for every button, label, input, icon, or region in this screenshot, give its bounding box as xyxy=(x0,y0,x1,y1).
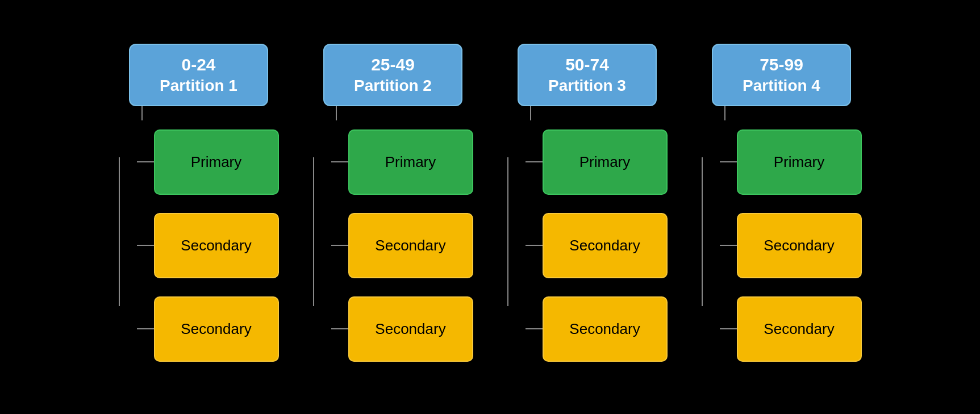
partition-range-4: 75-99 xyxy=(760,53,803,76)
node-entry-4-2: Secondary xyxy=(720,208,862,283)
h-line-2-1 xyxy=(331,161,348,162)
h-line-3-1 xyxy=(526,161,543,162)
v-line-wrap-1 xyxy=(119,120,137,344)
top-connector-4 xyxy=(724,106,725,120)
node-primary-3-1: Primary xyxy=(543,129,668,195)
h-line-1-1 xyxy=(137,161,154,162)
partition-label-2: Partition 2 xyxy=(354,76,432,96)
subtree-2: PrimarySecondarySecondary xyxy=(313,120,473,371)
h-line-4-3 xyxy=(720,328,737,329)
h-line-2-3 xyxy=(331,328,348,329)
partition-group-2: 25-49Partition 2PrimarySecondarySecondar… xyxy=(313,44,473,371)
h-line-3-3 xyxy=(526,328,543,329)
h-line-3-2 xyxy=(526,245,543,246)
node-entry-1-3: Secondary xyxy=(137,292,279,366)
node-secondary-1-3: Secondary xyxy=(154,296,279,362)
node-label-3-1: Primary xyxy=(579,153,631,171)
node-label-4-2: Secondary xyxy=(764,237,834,254)
node-primary-2-1: Primary xyxy=(348,129,473,195)
partition-label-4: Partition 4 xyxy=(743,76,820,96)
nodes-col-1: PrimarySecondarySecondary xyxy=(137,120,279,371)
v-line-wrap-4 xyxy=(702,120,720,344)
node-label-1-2: Secondary xyxy=(181,237,251,254)
nodes-col-4: PrimarySecondarySecondary xyxy=(720,120,862,371)
partition-header-2: 25-49Partition 2 xyxy=(323,44,462,106)
node-secondary-2-3: Secondary xyxy=(348,296,473,362)
node-secondary-4-3: Secondary xyxy=(737,296,862,362)
v-line-1 xyxy=(119,157,120,306)
node-entry-3-2: Secondary xyxy=(526,208,668,283)
node-entry-3-3: Secondary xyxy=(526,292,668,366)
partition-header-4: 75-99Partition 4 xyxy=(712,44,851,106)
partition-label-1: Partition 1 xyxy=(160,76,237,96)
node-label-2-2: Secondary xyxy=(375,237,445,254)
node-entry-2-1: Primary xyxy=(331,125,473,199)
h-line-2-2 xyxy=(331,245,348,246)
partition-header-3: 50-74Partition 3 xyxy=(518,44,657,106)
v-line-wrap-3 xyxy=(507,120,526,344)
diagram: 0-24Partition 1PrimarySecondarySecondary… xyxy=(102,32,879,382)
partition-range-1: 0-24 xyxy=(181,53,215,76)
node-primary-4-1: Primary xyxy=(737,129,862,195)
partition-group-1: 0-24Partition 1PrimarySecondarySecondary xyxy=(119,44,279,371)
h-line-4-1 xyxy=(720,161,737,162)
node-label-3-2: Secondary xyxy=(569,237,640,254)
node-entry-4-1: Primary xyxy=(720,125,862,199)
node-secondary-1-2: Secondary xyxy=(154,213,279,278)
subtree-1: PrimarySecondarySecondary xyxy=(119,120,279,371)
node-entry-4-3: Secondary xyxy=(720,292,862,366)
partition-group-4: 75-99Partition 4PrimarySecondarySecondar… xyxy=(702,44,862,371)
h-line-1-2 xyxy=(137,245,154,246)
node-label-2-3: Secondary xyxy=(375,320,445,338)
partition-range-3: 50-74 xyxy=(565,53,609,76)
partition-header-1: 0-24Partition 1 xyxy=(129,44,268,106)
subtree-4: PrimarySecondarySecondary xyxy=(702,120,862,371)
node-entry-2-3: Secondary xyxy=(331,292,473,366)
v-line-2 xyxy=(313,157,314,306)
node-entry-2-2: Secondary xyxy=(331,208,473,283)
v-line-3 xyxy=(507,157,508,306)
partition-group-3: 50-74Partition 3PrimarySecondarySecondar… xyxy=(507,44,668,371)
node-label-4-1: Primary xyxy=(774,153,825,171)
node-label-1-1: Primary xyxy=(191,153,242,171)
node-entry-3-1: Primary xyxy=(526,125,668,199)
h-line-1-3 xyxy=(137,328,154,329)
node-primary-1-1: Primary xyxy=(154,129,279,195)
top-connector-1 xyxy=(141,106,143,120)
node-label-4-3: Secondary xyxy=(764,320,834,338)
node-secondary-3-3: Secondary xyxy=(543,296,668,362)
partition-range-2: 25-49 xyxy=(371,53,415,76)
node-entry-1-1: Primary xyxy=(137,125,279,199)
v-line-4 xyxy=(702,157,703,306)
node-secondary-3-2: Secondary xyxy=(543,213,668,278)
v-line-wrap-2 xyxy=(313,120,331,344)
nodes-col-2: PrimarySecondarySecondary xyxy=(331,120,473,371)
node-entry-1-2: Secondary xyxy=(137,208,279,283)
node-secondary-4-2: Secondary xyxy=(737,213,862,278)
h-line-4-2 xyxy=(720,245,737,246)
partition-label-3: Partition 3 xyxy=(548,76,626,96)
subtree-3: PrimarySecondarySecondary xyxy=(507,120,668,371)
node-label-2-1: Primary xyxy=(385,153,436,171)
node-label-1-3: Secondary xyxy=(181,320,251,338)
top-connector-3 xyxy=(530,106,531,120)
node-secondary-2-2: Secondary xyxy=(348,213,473,278)
nodes-col-3: PrimarySecondarySecondary xyxy=(526,120,668,371)
node-label-3-3: Secondary xyxy=(569,320,640,338)
top-connector-2 xyxy=(336,106,337,120)
